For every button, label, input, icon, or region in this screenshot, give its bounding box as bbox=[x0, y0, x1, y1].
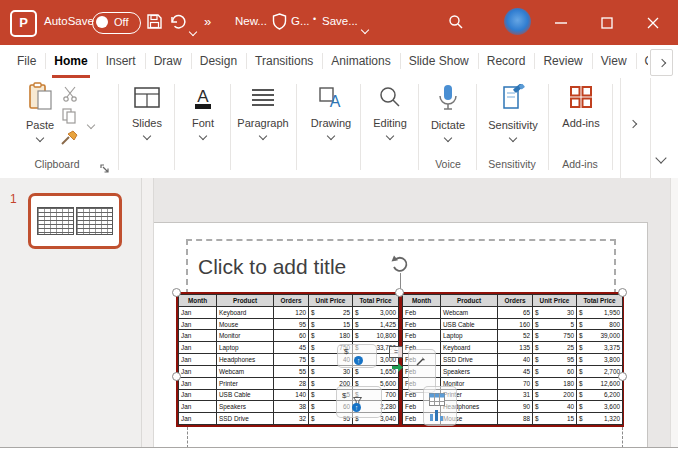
protection-shield-icon[interactable] bbox=[272, 13, 287, 34]
table-cell[interactable]: 45 bbox=[498, 365, 533, 377]
drawing-group-button[interactable]: A Drawing bbox=[300, 86, 362, 139]
vertical-scrollbar[interactable] bbox=[670, 178, 678, 447]
table-cell[interactable]: $3,800 bbox=[577, 354, 623, 366]
save-icon[interactable] bbox=[146, 13, 163, 34]
copy-icon[interactable] bbox=[61, 108, 77, 128]
table-cell[interactable]: 160 bbox=[498, 318, 533, 330]
table-cell[interactable]: Jan bbox=[179, 318, 217, 330]
editing-group-button[interactable]: Editing bbox=[364, 86, 416, 139]
save-status-dropdown-icon[interactable] bbox=[362, 19, 368, 37]
copy-dropdown-icon[interactable] bbox=[88, 114, 94, 132]
table-cell[interactable]: $25 bbox=[309, 306, 353, 318]
tab-overflow-button[interactable] bbox=[650, 49, 673, 76]
cut-icon[interactable] bbox=[62, 86, 78, 106]
table-cell[interactable]: $6,200 bbox=[577, 389, 623, 401]
table-cell[interactable]: USB Cable bbox=[217, 389, 274, 401]
tab-draw[interactable]: Draw bbox=[145, 45, 191, 78]
table-cell[interactable]: Webcam bbox=[217, 365, 274, 377]
table-cell[interactable]: Printer bbox=[217, 377, 274, 389]
table-cell[interactable]: $30 bbox=[533, 306, 577, 318]
tab-office-truncated[interactable]: Of bbox=[636, 45, 648, 78]
dictate-button[interactable]: Dictate bbox=[420, 84, 476, 141]
table-row[interactable]: JanKeyboard120$25$3,000 bbox=[179, 306, 399, 318]
selection-handle-middle-left[interactable] bbox=[172, 372, 181, 381]
tab-design[interactable]: Design bbox=[191, 45, 246, 78]
collapse-ribbon-icon[interactable] bbox=[657, 148, 665, 166]
table-cell[interactable]: 70 bbox=[498, 377, 533, 389]
table-cell[interactable]: Laptop bbox=[441, 330, 498, 342]
table-cell[interactable]: Keyboard bbox=[441, 342, 498, 354]
panel-splitter[interactable] bbox=[141, 178, 154, 447]
table-cell[interactable]: $3,000 bbox=[353, 306, 399, 318]
slide-thumbnail[interactable] bbox=[28, 193, 122, 249]
paragraph-group-button[interactable]: Paragraph bbox=[232, 86, 294, 139]
save-status[interactable]: Save... bbox=[322, 15, 358, 27]
table-cell[interactable]: 32 bbox=[274, 413, 309, 425]
table-cell[interactable]: Speakers bbox=[217, 401, 274, 413]
table-cell[interactable]: Jan bbox=[179, 330, 217, 342]
table-cell[interactable]: 88 bbox=[498, 413, 533, 425]
table-cell[interactable]: USB Cable bbox=[441, 318, 498, 330]
table-cell[interactable]: 90 bbox=[498, 401, 533, 413]
addins-button[interactable]: Add-ins bbox=[552, 84, 610, 129]
table-cell[interactable]: 135 bbox=[498, 342, 533, 354]
table-cell[interactable]: 28 bbox=[274, 377, 309, 389]
table-cell[interactable]: 75 bbox=[274, 354, 309, 366]
table-row[interactable]: JanMonitor60$180$10,800 bbox=[179, 330, 399, 342]
selection-handle-top-left[interactable] bbox=[172, 288, 181, 297]
table-cell[interactable]: $15 bbox=[309, 318, 353, 330]
table-cell[interactable]: Jan bbox=[179, 401, 217, 413]
table-cell[interactable]: Webcam bbox=[441, 306, 498, 318]
table-cell[interactable]: $60 bbox=[533, 365, 577, 377]
protection-label[interactable]: G... bbox=[291, 15, 310, 27]
table-cell[interactable]: 55 bbox=[274, 365, 309, 377]
undo-dropdown-icon[interactable] bbox=[190, 21, 196, 39]
table-cell[interactable]: 31 bbox=[498, 389, 533, 401]
table-cell[interactable]: Laptop bbox=[217, 342, 274, 354]
table-cell[interactable]: $3,600 bbox=[577, 401, 623, 413]
table-cell[interactable]: Speakers bbox=[441, 365, 498, 377]
table-cell[interactable]: $15 bbox=[533, 413, 577, 425]
undo-icon[interactable] bbox=[169, 13, 187, 34]
table-cell[interactable]: 95 bbox=[274, 318, 309, 330]
table-cell[interactable]: Mouse bbox=[217, 318, 274, 330]
close-button[interactable] bbox=[636, 0, 670, 45]
tab-record[interactable]: Record bbox=[478, 45, 535, 78]
more-commands-icon[interactable]: » bbox=[204, 14, 211, 29]
slides-group-button[interactable]: Slides bbox=[122, 86, 172, 139]
table-cell[interactable]: Jan bbox=[179, 354, 217, 366]
table-cell[interactable]: $750 bbox=[533, 330, 577, 342]
table-cell[interactable]: 40 bbox=[498, 354, 533, 366]
tab-insert[interactable]: Insert bbox=[97, 45, 145, 78]
table-cell[interactable]: $1,425 bbox=[353, 318, 399, 330]
powerpoint-app-icon[interactable]: P bbox=[10, 10, 37, 37]
table-cell[interactable]: Jan bbox=[179, 342, 217, 354]
document-title[interactable]: New... bbox=[235, 15, 267, 27]
table-cell[interactable]: $10,800 bbox=[353, 330, 399, 342]
tab-transitions[interactable]: Transitions bbox=[246, 45, 322, 78]
table-cell[interactable]: SSD Drive bbox=[441, 354, 498, 366]
table-cell[interactable]: Feb bbox=[403, 306, 441, 318]
table-cell[interactable]: Monitor bbox=[217, 330, 274, 342]
table-cell[interactable]: Jan bbox=[179, 365, 217, 377]
selection-handle-top-right[interactable] bbox=[618, 288, 627, 297]
table-cell[interactable]: 45 bbox=[274, 342, 309, 354]
table-cell[interactable]: 65 bbox=[498, 306, 533, 318]
table-cell[interactable]: $1,320 bbox=[577, 413, 623, 425]
table-cell[interactable]: 140 bbox=[274, 389, 309, 401]
table-cell[interactable]: $40 bbox=[533, 401, 577, 413]
table-row[interactable]: FebWebcam65$30$1,950 bbox=[403, 306, 623, 318]
table-cell[interactable]: 120 bbox=[274, 306, 309, 318]
table-cell[interactable]: $5 bbox=[533, 318, 577, 330]
table-cell[interactable]: 52 bbox=[498, 330, 533, 342]
minimize-button[interactable] bbox=[544, 0, 578, 45]
table-cell[interactable]: Feb bbox=[403, 330, 441, 342]
table-cell[interactable]: $1,950 bbox=[577, 306, 623, 318]
table-cell[interactable]: Headphones bbox=[217, 354, 274, 366]
table-cell[interactable]: 60 bbox=[274, 330, 309, 342]
tab-view[interactable]: View bbox=[592, 45, 636, 78]
clipboard-dialog-launcher-icon[interactable] bbox=[100, 160, 110, 178]
tab-file[interactable]: File bbox=[8, 45, 45, 78]
table-cell[interactable]: $3,375 bbox=[577, 342, 623, 354]
tab-animations[interactable]: Animations bbox=[322, 45, 399, 78]
